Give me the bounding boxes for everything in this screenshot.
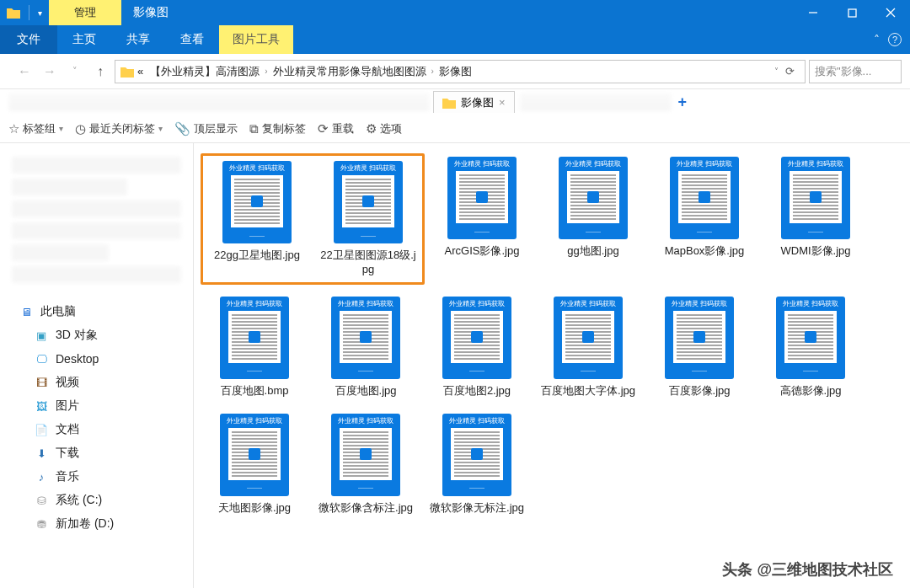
sidebar-videos[interactable]: 🎞视频 — [0, 371, 193, 394]
refresh-icon[interactable]: ⟳ — [780, 65, 800, 78]
file-item[interactable]: 外业精灵 扫码获取———MapBox影像.jpg — [650, 153, 758, 285]
file-item[interactable]: 外业精灵 扫码获取———gg地图.jpg — [539, 153, 647, 285]
folder-icon — [120, 66, 134, 78]
search-box[interactable]: 搜索"影像... — [809, 60, 902, 83]
window-title: 影像图 — [121, 0, 180, 25]
file-view[interactable]: 外业精灵 扫码获取———22gg卫星地图.jpg外业精灵 扫码获取———22卫星… — [194, 143, 910, 588]
file-name: gg地图.jpg — [567, 244, 618, 259]
ribbon: 文件 主页 共享 查看 图片工具 ˄ ? — [0, 25, 910, 54]
recent-locations-icon[interactable]: ˅ — [64, 66, 86, 77]
chevron-right-icon[interactable]: › — [263, 67, 269, 76]
pc-icon: 🖥 — [19, 304, 34, 319]
options-button[interactable]: ⚙选项 — [366, 121, 402, 136]
file-item[interactable]: 外业精灵 扫码获取———百度影像.jpg — [645, 293, 753, 402]
file-thumbnail: 外业精灵 扫码获取——— — [220, 297, 289, 379]
new-tab-button[interactable]: + — [678, 94, 688, 111]
maximize-button[interactable] — [832, 0, 871, 25]
ribbon-tab-picture-tools[interactable]: 图片工具 — [219, 25, 293, 54]
crumb-2[interactable]: 外业精灵常用影像导航地图图源 — [270, 64, 430, 79]
reload-icon: ⟳ — [318, 121, 329, 136]
sidebar-blur — [12, 244, 109, 261]
sidebar-3d-objects[interactable]: ▣3D 对象 — [0, 323, 193, 347]
file-thumbnail: 外业精灵 扫码获取——— — [222, 161, 292, 243]
ribbon-tab-file[interactable]: 文件 — [0, 25, 57, 54]
file-item[interactable]: 外业精灵 扫码获取———百度地图2.jpg — [423, 293, 531, 402]
file-name: 微软影像含标注.jpg — [318, 501, 413, 516]
file-item[interactable]: 外业精灵 扫码获取———22卫星图图源18级.jpg — [314, 158, 422, 281]
chevron-right-icon[interactable]: › — [430, 67, 436, 76]
file-item[interactable]: 外业精灵 扫码获取———22gg卫星地图.jpg — [203, 158, 311, 281]
recent-closed-button[interactable]: ◷最近关闭标签▾ — [75, 121, 163, 136]
file-item[interactable]: 外业精灵 扫码获取———天地图影像.jpg — [201, 410, 308, 519]
file-thumbnail: 外业精灵 扫码获取——— — [670, 157, 739, 239]
cube-icon: ▣ — [34, 328, 49, 343]
file-thumbnail: 外业精灵 扫码获取——— — [334, 161, 403, 243]
music-icon: ♪ — [34, 469, 49, 484]
tab-label: 影像图 — [461, 95, 494, 110]
close-button[interactable] — [871, 0, 910, 25]
file-item[interactable]: 外业精灵 扫码获取———微软影像含标注.jpg — [312, 410, 420, 519]
sidebar-documents[interactable]: 📄文档 — [0, 418, 193, 441]
file-thumbnail: 外业精灵 扫码获取——— — [665, 297, 734, 379]
folder-icon — [442, 97, 456, 109]
file-item[interactable]: 外业精灵 扫码获取———百度地图.bmp — [201, 293, 308, 402]
sidebar-blur — [12, 222, 181, 239]
ribbon-tab-view[interactable]: 查看 — [165, 25, 219, 54]
inactive-tab-blur — [8, 93, 430, 111]
file-thumbnail: 外业精灵 扫码获取——— — [781, 157, 850, 239]
file-thumbnail: 外业精灵 扫码获取——— — [220, 414, 289, 496]
sidebar-downloads[interactable]: ⬇下载 — [0, 441, 193, 465]
toolbar: ☆标签组▾ ◷最近关闭标签▾ 📎顶层显示 ⧉复制标签 ⟳重载 ⚙选项 — [0, 115, 910, 143]
file-item[interactable]: 外业精灵 扫码获取———高德影像.jpg — [757, 293, 864, 402]
crumb-1[interactable]: 【外业精灵】高清图源 — [147, 64, 263, 79]
attribution-watermark: 头条 @三维地图技术社区 — [722, 559, 893, 580]
ribbon-tab-home[interactable]: 主页 — [57, 25, 111, 54]
file-item[interactable]: 外业精灵 扫码获取———百度地图.jpg — [312, 293, 420, 402]
file-name: 百度地图2.jpg — [443, 384, 511, 398]
sidebar-drive-d[interactable]: ⛃新加卷 (D:) — [0, 512, 193, 536]
up-button[interactable]: ↑ — [89, 64, 111, 79]
file-item[interactable]: 外业精灵 扫码获取———WDMI影像.jpg — [762, 153, 870, 285]
file-name: 高德影像.jpg — [780, 384, 842, 398]
file-thumbnail: 外业精灵 扫码获取——— — [776, 297, 845, 379]
sidebar-blur — [12, 157, 181, 174]
help-icon[interactable]: ? — [888, 33, 902, 46]
active-folder-tab[interactable]: 影像图 × — [433, 91, 515, 113]
address-bar[interactable]: « 【外业精灵】高清图源 › 外业精灵常用影像导航地图图源 › 影像图 ˅ ⟳ — [115, 60, 806, 83]
file-thumbnail: 外业精灵 扫码获取——— — [331, 297, 400, 379]
file-name: MapBox影像.jpg — [665, 244, 745, 259]
file-name: 百度地图.bmp — [221, 384, 289, 398]
minimize-button[interactable] — [794, 0, 832, 25]
drive-icon: ⛃ — [34, 516, 49, 532]
sidebar-blur — [12, 266, 181, 283]
pin-top-button[interactable]: 📎顶层显示 — [174, 121, 238, 136]
file-item[interactable]: 外业精灵 扫码获取———微软影像无标注.jpg — [423, 410, 531, 519]
window-titlebar: ▾ 管理 影像图 — [0, 0, 910, 25]
back-button[interactable]: ← — [13, 64, 35, 79]
sidebar-blur — [12, 200, 181, 217]
address-dropdown-icon[interactable]: ˅ — [773, 67, 780, 76]
crumb-overflow[interactable]: « — [134, 65, 147, 78]
contextual-tab-manage[interactable]: 管理 — [49, 0, 121, 25]
video-icon: 🎞 — [34, 375, 49, 390]
forward-button[interactable]: → — [39, 64, 61, 79]
sidebar-this-pc[interactable]: 🖥此电脑 — [0, 300, 193, 323]
sidebar-drive-c[interactable]: ⛁系统 (C:) — [0, 489, 193, 512]
tag-group-button[interactable]: ☆标签组▾ — [8, 121, 63, 136]
copy-tab-button[interactable]: ⧉复制标签 — [249, 121, 306, 136]
app-icon — [7, 7, 20, 19]
qat-dropdown-icon[interactable]: ▾ — [38, 8, 42, 18]
tab-close-icon[interactable]: × — [499, 96, 506, 109]
sidebar-desktop[interactable]: 🖵Desktop — [0, 347, 193, 371]
file-item[interactable]: 外业精灵 扫码获取———ArcGIS影像.jpg — [428, 153, 536, 285]
ribbon-collapse-icon[interactable]: ˄ — [874, 33, 880, 46]
drive-icon: ⛁ — [34, 493, 49, 508]
reload-button[interactable]: ⟳重载 — [318, 121, 354, 136]
crumb-3[interactable]: 影像图 — [436, 64, 475, 79]
desktop-icon: 🖵 — [34, 351, 49, 366]
sidebar-pictures[interactable]: 🖼图片 — [0, 394, 193, 418]
ribbon-tab-share[interactable]: 共享 — [111, 25, 165, 54]
file-item[interactable]: 外业精灵 扫码获取———百度地图大字体.jpg — [534, 293, 642, 402]
file-thumbnail: 外业精灵 扫码获取——— — [447, 157, 517, 239]
sidebar-music[interactable]: ♪音乐 — [0, 465, 193, 489]
